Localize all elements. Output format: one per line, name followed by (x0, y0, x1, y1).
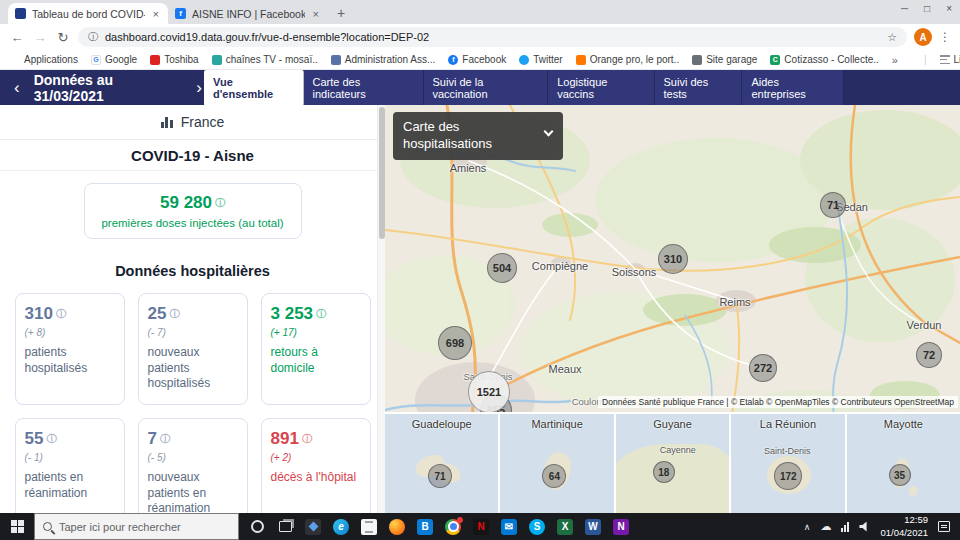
bookmark-google[interactable]: GGoogle (91, 54, 137, 65)
site-info-icon[interactable]: ⓘ (88, 30, 98, 44)
maximize-button[interactable]: □ (924, 3, 930, 14)
bookmark-toshiba[interactable]: Toshiba (150, 54, 198, 65)
location-selector[interactable]: France (0, 105, 385, 140)
close-button[interactable]: × (946, 3, 952, 14)
next-date-icon[interactable]: › (194, 79, 204, 96)
panel-scrollbar[interactable] (377, 105, 385, 513)
minimize-button[interactable]: ─ (901, 3, 908, 14)
tab-covid-dashboard[interactable]: Tableau de bord COVID-19 Suivi × (8, 3, 168, 24)
url-field[interactable]: ⓘ dashboard.covid19.data.gouv.fr/vue-d-e… (78, 27, 907, 47)
bookmark-administration[interactable]: Administration Ass... (331, 54, 436, 65)
orange-favicon (576, 55, 586, 65)
bookmark-facebook[interactable]: fFacebook (448, 54, 506, 65)
bookmark-orange[interactable]: Orange pro, le port.. (576, 54, 680, 65)
map-layer-dropdown[interactable]: Carte des hospitalisations (393, 112, 563, 160)
info-icon[interactable]: ⓘ (46, 433, 56, 444)
volume-icon[interactable] (859, 522, 870, 532)
taskbar-clock[interactable]: 12:59 01/04/2021 (880, 514, 928, 539)
edge-icon[interactable]: e (327, 513, 355, 540)
notification-center-icon[interactable] (938, 521, 950, 532)
bing-icon[interactable]: B (411, 513, 439, 540)
inset-martinique[interactable]: Martinique 64 (500, 414, 613, 513)
word-icon[interactable]: W (579, 513, 607, 540)
forward-icon[interactable]: → (32, 30, 48, 45)
search-icon (43, 522, 52, 531)
tab-close-icon[interactable]: × (311, 8, 321, 20)
skype-icon[interactable]: S (523, 513, 551, 540)
previous-date-icon[interactable]: ‹ (12, 79, 22, 96)
map-bubble[interactable]: 698 (438, 326, 472, 360)
tab-close-icon[interactable]: × (151, 8, 161, 20)
bookmark-twitter[interactable]: Twitter (519, 54, 562, 65)
nav-aides-entreprises[interactable]: Aides entreprises (742, 70, 844, 106)
calculator-icon[interactable] (355, 513, 383, 540)
browser-menu-icon[interactable]: ⋮ (939, 30, 951, 44)
firefox-icon[interactable] (383, 513, 411, 540)
network-icon[interactable] (841, 522, 849, 532)
nav-suivi-vaccination[interactable]: Suivi de la vaccination (424, 70, 549, 106)
toshiba-favicon (150, 55, 160, 65)
inset-bubble[interactable]: 71 (428, 464, 452, 488)
vaccine-doses-value: 59 280 (160, 193, 212, 212)
refresh-icon[interactable]: ↻ (55, 30, 71, 45)
mail-icon[interactable]: ✉ (495, 513, 523, 540)
map-bubble[interactable]: 1521 (468, 371, 510, 413)
inset-bubble[interactable]: 172 (774, 462, 802, 490)
bookmarks-overflow-icon[interactable]: » (892, 54, 898, 66)
notification-badge (457, 517, 463, 523)
tab-facebook[interactable]: f AISNE INFO | Facebook × (168, 3, 328, 24)
info-icon[interactable]: ⓘ (169, 308, 179, 319)
bookmark-cotizasso[interactable]: CCotizasso - Collecte.. (770, 54, 878, 65)
chevron-down-icon (544, 127, 554, 137)
info-icon[interactable]: ⓘ (160, 433, 170, 444)
content: France COVID-19 - Aisne 59 280ⓘ première… (0, 105, 960, 513)
info-icon[interactable]: ⓘ (56, 308, 66, 319)
taskbar-search[interactable]: Taper ici pour rechercher (34, 513, 239, 540)
chrome-icon[interactable] (439, 513, 467, 540)
new-tab-button[interactable]: + (328, 5, 354, 24)
map-bubble[interactable]: 71 (820, 192, 846, 218)
cortana-icon[interactable] (243, 513, 271, 540)
clock-time: 12:59 (880, 514, 928, 526)
tab-title: AISNE INFO | Facebook (192, 8, 305, 20)
onedrive-icon[interactable]: ☁ (820, 520, 831, 533)
nav-carte-indicateurs[interactable]: Carte des indicateurs (304, 70, 424, 106)
onenote-icon[interactable]: N (607, 513, 635, 540)
reading-list-button[interactable]: Liste de lecture (940, 54, 960, 65)
bookmark-applications[interactable]: Applications (10, 54, 78, 65)
map-bubble[interactable]: 310 (658, 244, 688, 274)
netflix-icon[interactable]: N (467, 513, 495, 540)
inset-bubble[interactable]: 64 (542, 464, 566, 488)
inset-la-reunion[interactable]: La Réunion Saint-Denis 172 (731, 414, 844, 513)
city-label-soissons: Soissons (612, 266, 657, 278)
tray-expand-icon[interactable]: ∧ (804, 522, 811, 532)
inset-bubble[interactable]: 18 (653, 461, 675, 483)
inset-bubble[interactable]: 35 (889, 464, 911, 486)
task-view-icon[interactable] (271, 513, 299, 540)
map-bubble[interactable]: 272 (749, 354, 777, 382)
excel-icon[interactable]: X (551, 513, 579, 540)
bookmark-chaines-tv[interactable]: chaînes TV - mosaï.. (212, 54, 318, 65)
inset-guadeloupe[interactable]: Guadeloupe 71 (385, 414, 498, 513)
nav-logistique-vaccins[interactable]: Logistique vaccins (548, 70, 654, 106)
map-attribution[interactable]: Données Santé publique France | © Etalab… (598, 396, 958, 408)
bookmark-star-icon[interactable]: ☆ (887, 31, 897, 44)
cotizasso-favicon: C (770, 55, 780, 65)
nav-suivi-tests[interactable]: Suivi des tests (655, 70, 743, 106)
inset-mayotte[interactable]: Mayotte 35 (847, 414, 960, 513)
bookmark-site-garage[interactable]: Site garage (692, 54, 757, 65)
map-bubble[interactable]: 72 (916, 342, 942, 368)
stat-card-deces: 891ⓘ (+ 2) décès à l'hôpital (261, 418, 371, 513)
info-icon[interactable]: ⓘ (302, 433, 312, 444)
start-button[interactable] (0, 513, 34, 540)
profile-avatar[interactable]: A (914, 28, 932, 46)
info-icon[interactable]: ⓘ (215, 197, 225, 208)
windows-logo-icon (11, 520, 24, 533)
map-bubble[interactable]: 504 (487, 253, 517, 283)
inset-guyane[interactable]: Guyane Cayenne 18 (616, 414, 729, 513)
nav-vue-densemble[interactable]: Vue d'ensemble (204, 70, 304, 106)
twitter-favicon (519, 55, 529, 65)
photos-icon[interactable] (299, 513, 327, 540)
back-icon[interactable]: ← (9, 30, 25, 45)
info-icon[interactable]: ⓘ (316, 308, 326, 319)
